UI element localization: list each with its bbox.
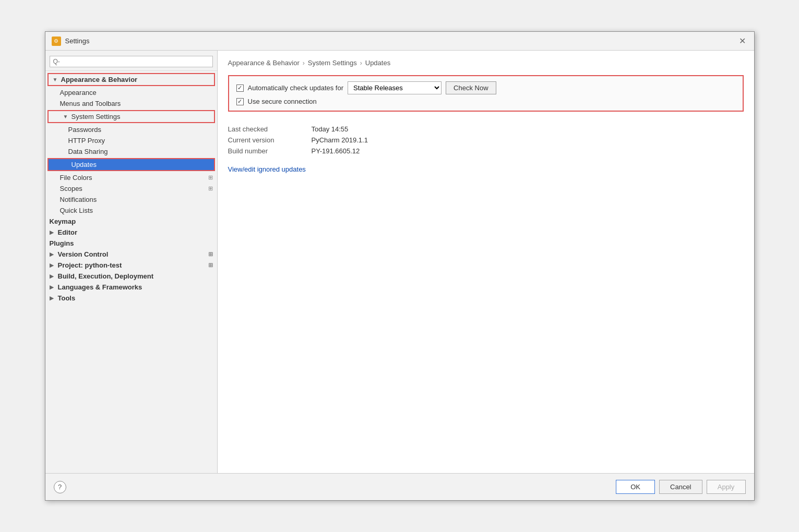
sidebar-item-tools[interactable]: ▶ Tools (45, 293, 217, 304)
sidebar-label-quick-lists: Quick Lists (60, 207, 93, 214)
secure-checkbox[interactable]: ✓ (236, 98, 244, 105)
breadcrumb-sep2: › (360, 59, 362, 67)
sidebar-item-menus-toolbars[interactable]: Menus and Toolbars (45, 98, 217, 109)
current-version-value: PyCharm 2019.1.1 (312, 136, 368, 144)
sidebar-item-plugins[interactable]: Plugins (45, 238, 217, 249)
sidebar-item-languages[interactable]: ▶ Languages & Frameworks (45, 282, 217, 293)
search-input[interactable] (50, 56, 213, 67)
auto-check-row: ✓ Automatically check updates for Stable… (236, 81, 735, 94)
search-box (45, 53, 217, 71)
info-table: Last checked Today 14:55 Current version… (228, 125, 744, 158)
sidebar-label-editor: Editor (58, 228, 78, 236)
settings-dialog: ⚙ Settings ✕ ▼ Appearance & Behavior App… (45, 31, 755, 501)
bottom-buttons: OK Cancel Apply (616, 480, 745, 494)
title-bar: ⚙ Settings ✕ (45, 32, 754, 51)
sidebar-label-file-colors: File Colors (60, 174, 92, 182)
chevron-right-icon-project: ▶ (50, 262, 56, 268)
updates-settings-box: ✓ Automatically check updates for Stable… (228, 75, 744, 112)
sidebar-label-http-proxy: HTTP Proxy (68, 137, 105, 144)
sidebar-label-menus-toolbars: Menus and Toolbars (60, 100, 121, 107)
file-colors-icon: ⊞ (208, 174, 213, 181)
sidebar-label-appearance: Appearance (60, 89, 97, 96)
breadcrumb-sep1: › (303, 59, 305, 67)
sidebar-item-appearance[interactable]: Appearance (45, 87, 217, 98)
sidebar-label-tools: Tools (58, 294, 76, 302)
close-button[interactable]: ✕ (737, 36, 748, 46)
ignored-updates-link[interactable]: View/edit ignored updates (228, 165, 744, 173)
sidebar-item-passwords[interactable]: Passwords (45, 124, 217, 135)
auto-check-label: Automatically check updates for (248, 84, 344, 92)
settings-icon: ⚙ (52, 37, 61, 46)
sidebar-item-notifications[interactable]: Notifications (45, 194, 217, 205)
build-number-value: PY-191.6605.12 (312, 147, 360, 155)
scopes-icon: ⊞ (208, 185, 213, 192)
last-checked-value: Today 14:55 (312, 125, 349, 133)
project-icon: ⊞ (208, 262, 213, 269)
sidebar-label-notifications: Notifications (60, 196, 97, 203)
apply-button[interactable]: Apply (707, 480, 746, 494)
sidebar-label-keymap: Keymap (50, 217, 76, 225)
sidebar-label-scopes: Scopes (60, 185, 82, 192)
sidebar-item-version-control[interactable]: ▶ Version Control ⊞ (45, 249, 217, 260)
sidebar-item-keymap[interactable]: Keymap (45, 216, 217, 227)
sidebar-item-quick-lists[interactable]: Quick Lists (45, 205, 217, 216)
secure-row: ✓ Use secure connection (236, 98, 735, 105)
current-version-row: Current version PyCharm 2019.1.1 (228, 136, 744, 144)
content-panel: Appearance & Behavior › System Settings … (218, 51, 754, 473)
check-now-button[interactable]: Check Now (446, 81, 496, 94)
sidebar-item-data-sharing[interactable]: Data Sharing (45, 146, 217, 157)
sidebar-item-file-colors[interactable]: File Colors ⊞ (45, 172, 217, 183)
chevron-down-icon: ▼ (53, 77, 59, 82)
chevron-right-icon-vc: ▶ (50, 251, 56, 257)
sidebar-item-system-settings[interactable]: ▼ System Settings (49, 111, 214, 122)
title-bar-left: ⚙ Settings (52, 37, 90, 46)
sidebar-item-updates[interactable]: Updates (49, 159, 214, 170)
bottom-bar: ? OK Cancel Apply (45, 473, 754, 500)
sidebar-label-system-settings: System Settings (71, 113, 121, 120)
auto-check-checkbox[interactable]: ✓ (236, 84, 244, 92)
sidebar-item-build[interactable]: ▶ Build, Execution, Deployment (45, 271, 217, 282)
sidebar-label-appearance-behavior: Appearance & Behavior (61, 76, 138, 83)
sidebar-label-version-control: Version Control (58, 250, 109, 258)
sidebar-label-passwords: Passwords (68, 126, 102, 134)
current-version-label: Current version (228, 136, 312, 144)
breadcrumb-part3: Updates (365, 59, 390, 67)
releases-dropdown[interactable]: Stable Releases Early Access Program All… (348, 81, 442, 94)
breadcrumb: Appearance & Behavior › System Settings … (228, 59, 744, 67)
sidebar-label-data-sharing: Data Sharing (68, 148, 108, 155)
secure-label: Use secure connection (248, 98, 317, 105)
chevron-right-icon-editor: ▶ (50, 229, 56, 235)
sidebar-item-editor[interactable]: ▶ Editor (45, 227, 217, 238)
chevron-right-icon-build: ▶ (50, 273, 56, 279)
sidebar-item-project[interactable]: ▶ Project: python-test ⊞ (45, 260, 217, 271)
cancel-button[interactable]: Cancel (659, 480, 702, 494)
last-checked-row: Last checked Today 14:55 (228, 125, 744, 133)
version-control-icon: ⊞ (208, 251, 213, 258)
sidebar-item-scopes[interactable]: Scopes ⊞ (45, 183, 217, 194)
sidebar-label-plugins: Plugins (50, 239, 74, 247)
sidebar-item-appearance-behavior[interactable]: ▼ Appearance & Behavior (49, 74, 214, 85)
sidebar-label-updates: Updates (71, 161, 97, 168)
breadcrumb-part2: System Settings (308, 59, 357, 67)
sidebar-label-build: Build, Execution, Deployment (58, 272, 153, 280)
sidebar-label-project: Project: python-test (58, 261, 122, 269)
sidebar-item-http-proxy[interactable]: HTTP Proxy (45, 135, 217, 146)
build-number-row: Build number PY-191.6605.12 (228, 147, 744, 155)
help-button[interactable]: ? (54, 481, 66, 493)
chevron-down-icon-system: ▼ (63, 114, 69, 119)
chevron-right-icon-tools: ▶ (50, 295, 56, 301)
build-number-label: Build number (228, 147, 312, 155)
dialog-title: Settings (65, 37, 90, 45)
main-content: ▼ Appearance & Behavior Appearance Menus… (45, 51, 754, 473)
breadcrumb-part1: Appearance & Behavior (228, 59, 300, 67)
sidebar-label-languages: Languages & Frameworks (58, 283, 142, 291)
sidebar: ▼ Appearance & Behavior Appearance Menus… (45, 51, 218, 473)
chevron-right-icon-languages: ▶ (50, 284, 56, 290)
last-checked-label: Last checked (228, 125, 312, 133)
ok-button[interactable]: OK (616, 480, 655, 494)
